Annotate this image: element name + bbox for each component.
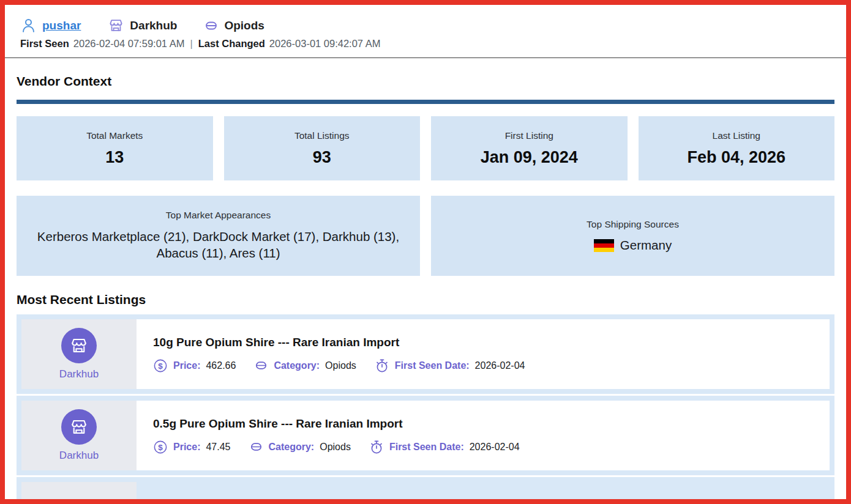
listing-market-name: Darkhub	[59, 368, 99, 380]
listing-market-cell: Darkhub	[21, 401, 137, 470]
price-value: 462.66	[206, 360, 236, 371]
listing-body: 10g Pure Opium Shire --- Rare Iranian Im…	[137, 319, 830, 389]
price-label: Price:	[173, 360, 200, 371]
vendor-name-link[interactable]: pushar	[42, 19, 81, 32]
price-group: Price: 47.45	[153, 440, 231, 454]
stat-label: First Listing	[505, 130, 553, 141]
stat-value: Feb 04, 2026	[687, 148, 785, 167]
listing-details: Price: 47.45 Category: Opiods First Seen…	[153, 440, 813, 454]
last-changed-label: Last Changed	[198, 38, 265, 50]
top-markets-value: Kerberos Marketplace (21), DarkDock Mark…	[35, 229, 402, 261]
shipping-country-row: Germany	[594, 238, 672, 253]
storefront-icon	[108, 17, 124, 34]
listing-market-cell: Darkhub	[21, 319, 137, 389]
market-avatar-storefront-icon	[61, 328, 97, 363]
first-seen-group: First Seen Date: 2026-02-04	[375, 358, 525, 373]
vendor-context-title: Vendor Context	[17, 74, 834, 89]
price-group: Price: 462.66	[153, 358, 236, 373]
stats-grid: Total Markets 13 Total Listings 93 First…	[17, 116, 834, 180]
top-markets-label: Top Market Appearances	[166, 210, 271, 221]
summary-grid: Top Market Appearances Kerberos Marketpl…	[17, 196, 834, 276]
stopwatch-icon	[369, 440, 384, 454]
listing-body: 0.5g Pure Opium Shire --- Rare Iranian I…	[137, 401, 830, 470]
stat-card-total-markets: Total Markets 13	[17, 116, 213, 180]
pill-icon	[204, 18, 219, 33]
accent-bar	[17, 100, 834, 104]
dollar-circle-icon	[153, 358, 168, 373]
listing-row: Darkhub 0.5g Pure Opium Shire --- Rare I…	[17, 396, 834, 475]
first-seen-date-label: First Seen Date:	[389, 442, 464, 453]
seen-changed-row: First Seen 2026-02-04 07:59:01 AM | Last…	[20, 38, 831, 50]
pill-icon	[254, 358, 268, 372]
listing-market-name: Darkhub	[59, 450, 99, 462]
stat-value: 13	[105, 148, 124, 167]
entity-chips: pushar Darkhub Opiods	[20, 17, 831, 34]
category-chip: Opiods	[204, 18, 264, 33]
price-value: 47.45	[206, 442, 230, 453]
top-shipping-card: Top Shipping Sources Germany	[431, 196, 834, 276]
market-avatar-storefront-icon	[61, 409, 97, 445]
category-value: Opiods	[325, 360, 356, 371]
stat-label: Last Listing	[713, 130, 760, 141]
top-markets-card: Top Market Appearances Kerberos Marketpl…	[17, 196, 420, 276]
listing-details: Price: 462.66 Category: Opiods First See…	[153, 358, 813, 373]
category-label: Category:	[274, 360, 320, 371]
top-shipping-label: Top Shipping Sources	[587, 219, 679, 230]
page: { "header": { "vendor_name": "pushar", "…	[0, 0, 851, 504]
listings-title: Most Recent Listings	[17, 292, 834, 307]
last-changed-value: 2026-03-01 09:42:07 AM	[269, 38, 381, 50]
stopwatch-icon	[375, 358, 389, 373]
listing-title: 10g Pure Opium Shire --- Rare Iranian Im…	[153, 336, 813, 349]
market-chip: Darkhub	[108, 17, 177, 34]
dollar-circle-icon	[153, 440, 168, 454]
first-seen-value: 2026-02-04 07:59:01 AM	[73, 38, 185, 50]
meta-separator: |	[189, 38, 193, 50]
pill-icon	[249, 440, 263, 454]
header: pushar Darkhub Opiods First Seen 2026-02…	[17, 5, 834, 50]
category-group: Category: Opiods	[254, 358, 356, 372]
category-value: Opiods	[320, 442, 351, 453]
stat-card-last-listing: Last Listing Feb 04, 2026	[639, 116, 835, 180]
listing-row-partial	[17, 477, 834, 500]
first-seen-date-value: 2026-02-04	[470, 442, 520, 453]
listing-title: 0.5g Pure Opium Shire --- Rare Iranian I…	[153, 417, 813, 431]
first-seen-group: First Seen Date: 2026-02-04	[369, 440, 520, 454]
report-content: pushar Darkhub Opiods First Seen 2026-02…	[5, 5, 846, 500]
stat-card-total-listings: Total Listings 93	[224, 116, 421, 180]
header-divider	[5, 57, 846, 58]
shipping-country-name: Germany	[620, 238, 672, 253]
price-label: Price:	[173, 442, 200, 453]
stat-label: Total Markets	[86, 130, 143, 141]
category-name: Opiods	[224, 19, 264, 32]
first-seen-label: First Seen	[20, 38, 69, 50]
stat-card-first-listing: First Listing Jan 09, 2024	[431, 116, 628, 180]
listing-row: Darkhub 10g Pure Opium Shire --- Rare Ir…	[17, 314, 834, 394]
first-seen-date-value: 2026-02-04	[475, 360, 525, 371]
stat-label: Total Listings	[294, 130, 350, 141]
stat-value: 93	[313, 148, 331, 167]
market-name: Darkhub	[130, 19, 177, 32]
germany-flag	[594, 239, 614, 252]
person-icon	[20, 17, 37, 34]
category-group: Category: Opiods	[249, 440, 351, 454]
category-label: Category:	[269, 442, 315, 453]
stat-value: Jan 09, 2024	[481, 148, 578, 167]
first-seen-date-label: First Seen Date:	[395, 360, 470, 371]
vendor-chip: pushar	[20, 17, 81, 34]
